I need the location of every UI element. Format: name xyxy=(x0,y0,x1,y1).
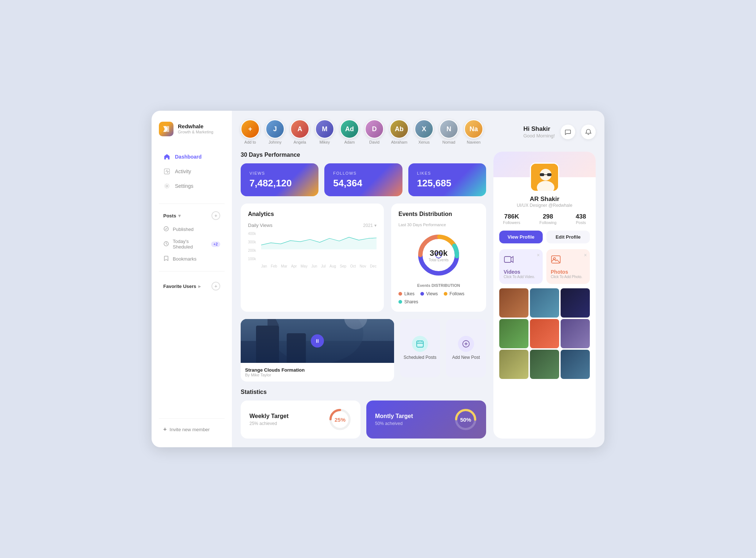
posts-section-header: Posts ▾ + xyxy=(159,210,225,223)
video-icon xyxy=(504,254,538,267)
add-friend-item[interactable]: + Add to xyxy=(241,119,260,144)
legend-likes: Likes xyxy=(398,291,415,296)
photo-cell-1[interactable] xyxy=(499,288,528,318)
statistics-section: Statistics Weekly Target 25% achieved xyxy=(241,389,486,439)
notification-button[interactable] xyxy=(581,125,596,139)
nav-bookmarks[interactable]: Bookmarks xyxy=(159,253,225,265)
main-nav: Dashboard Activity Setti xyxy=(159,149,225,193)
friend-naveen[interactable]: Na Naveen xyxy=(464,119,483,144)
nav-activity[interactable]: Activity xyxy=(159,164,225,179)
greeting-hi: Hi Shakir xyxy=(523,125,555,133)
friend-xenus[interactable]: X Xenus xyxy=(415,119,434,144)
events-legend: Likes Views Follows xyxy=(398,291,479,304)
posts-strip: ⏸ Strange Clouds Formation By Mike Taylo… xyxy=(241,319,486,382)
stats-row: Weekly Target 25% achieved 25% xyxy=(241,401,486,439)
photo-cell-3[interactable] xyxy=(561,288,590,318)
logo-tagline: Growth & Marketing xyxy=(178,130,213,134)
friend-johnny[interactable]: J Johnny xyxy=(266,119,285,144)
add-post-button[interactable]: + xyxy=(211,211,220,220)
view-profile-button[interactable]: View Profile xyxy=(499,231,543,243)
friend-angela[interactable]: A Angela xyxy=(290,119,309,144)
posts-label: Posts xyxy=(576,220,586,225)
post-title: Strange Clouds Formation xyxy=(245,367,390,373)
views-card: VIEWS 7,482,120 xyxy=(241,163,318,196)
post-thumb-card[interactable]: ⏸ Strange Clouds Formation By Mike Taylo… xyxy=(241,319,394,382)
greeting: Hi Shakir Good Morning! xyxy=(523,125,555,139)
friend-abraham-avatar: Ab xyxy=(390,119,409,138)
friend-abraham[interactable]: Ab Abraham xyxy=(390,119,409,144)
photo-icon xyxy=(551,254,585,267)
following-value: 298 xyxy=(539,213,556,220)
plus-icon: + xyxy=(163,426,167,433)
nav-activity-label: Activity xyxy=(175,168,191,174)
invite-member-row[interactable]: + Invite new member xyxy=(159,418,225,436)
legend-follows: Follows xyxy=(444,291,465,296)
photo-cell-9[interactable] xyxy=(561,350,590,379)
performance-section: 30 Days Performance VIEWS 7,482,120 FOLL… xyxy=(241,152,486,196)
likes-dot xyxy=(398,292,402,296)
chart-title: Daily Views xyxy=(248,223,272,228)
analytics-card: Analytics Daily Views 2021 ▾ 400k 300k xyxy=(241,204,384,312)
friend-adam[interactable]: Ad Adam xyxy=(340,119,359,144)
follows-value: 54,364 xyxy=(333,178,393,189)
video-card[interactable]: × Videos Click To Add Video. xyxy=(499,249,543,284)
nav-dashboard-label: Dashboard xyxy=(175,154,202,160)
monthly-target-card: Montly Target 50% acheived 50% xyxy=(366,401,486,439)
posts-label: Posts ▾ xyxy=(163,213,181,219)
greeting-sub: Good Morning! xyxy=(523,133,555,139)
nav-todays-scheduled[interactable]: Today's Sheduled +2 xyxy=(159,236,225,253)
legend-shares: Shares xyxy=(398,299,418,304)
friend-nomad[interactable]: N Nomad xyxy=(439,119,458,144)
friend-david[interactable]: D David xyxy=(365,119,384,144)
photo-cell-8[interactable] xyxy=(530,350,559,379)
events-card: Events Distribution Last 30 Days Perform… xyxy=(391,204,486,312)
posts-stat: 438 Posts xyxy=(576,213,586,225)
chevron-down-icon: ▾ xyxy=(178,213,181,219)
nav-published[interactable]: Published xyxy=(159,223,225,236)
events-title: Events Distribution xyxy=(398,211,479,217)
svg-rect-18 xyxy=(417,341,423,347)
views-value: 7,482,120 xyxy=(249,178,310,189)
photo-cell-6[interactable] xyxy=(561,319,590,348)
chat-button[interactable] xyxy=(561,125,575,139)
video-close-button[interactable]: × xyxy=(537,252,540,258)
edit-profile-button[interactable]: Edit Profile xyxy=(546,231,590,243)
clock-icon xyxy=(163,241,169,248)
photo-sub: Click To Add Photo. xyxy=(551,275,585,279)
add-new-post-card[interactable]: Add New Post xyxy=(446,319,486,377)
sidebar: Redwhale Growth & Marketing Dashboard xyxy=(152,111,232,447)
scheduled-badge: +2 xyxy=(211,242,220,247)
profile-name: AR Shakir xyxy=(530,196,559,203)
nav-dashboard[interactable]: Dashboard xyxy=(159,149,225,164)
events-chart-area: 300k Total Events xyxy=(398,231,479,279)
chart-area: 400k 300k 200k 100k Jan Fe xyxy=(248,232,377,268)
logo[interactable]: Redwhale Growth & Marketing xyxy=(159,122,225,136)
profile-stats: 786K Followers 298 Following 438 Posts xyxy=(493,213,596,225)
add-favorite-button[interactable]: + xyxy=(211,282,220,291)
photo-card[interactable]: × Photos Click To Add Photo. xyxy=(546,249,590,284)
photo-cell-5[interactable] xyxy=(530,319,559,348)
photo-cell-7[interactable] xyxy=(499,350,528,379)
photo-cell-2[interactable] xyxy=(530,288,559,318)
nav-divider xyxy=(159,204,225,204)
post-info: Strange Clouds Formation By Mike Taylor xyxy=(241,363,394,382)
monthly-progress: 50% xyxy=(454,408,477,431)
friend-mikey[interactable]: M Mikey xyxy=(315,119,334,144)
followers-value: 786K xyxy=(503,213,520,220)
pause-button[interactable]: ⏸ xyxy=(311,334,324,348)
posts-value: 438 xyxy=(576,213,586,220)
chart-x-labels: Jan Feb Mar Apr May Jun Jul Aug Sep Oct xyxy=(261,264,377,268)
views-label: VIEWS xyxy=(249,171,310,175)
scheduled-posts-card[interactable]: Scheduled Posts xyxy=(400,319,440,377)
bookmark-icon xyxy=(163,255,169,262)
friend-adam-avatar: Ad xyxy=(340,119,359,138)
photo-cell-4[interactable] xyxy=(499,319,528,348)
donut-chart: 300k Total Events xyxy=(415,231,462,279)
photo-close-button[interactable]: × xyxy=(584,252,587,258)
chart-year: 2021 ▾ xyxy=(363,223,377,228)
post-author: By Mike Taylor xyxy=(245,373,390,377)
favorite-section-header: Favorite Users ▸ + xyxy=(159,280,225,293)
settings-icon xyxy=(163,182,171,190)
nav-settings[interactable]: Settings xyxy=(159,179,225,193)
svg-point-1 xyxy=(166,185,168,187)
